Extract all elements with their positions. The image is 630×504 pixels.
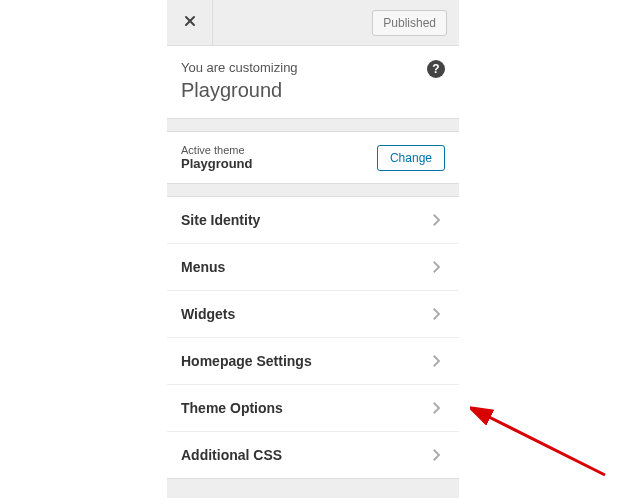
help-icon[interactable]: ? (427, 60, 445, 78)
active-theme-row: Active theme Playground Change (167, 132, 459, 183)
menu-item-theme-options[interactable]: Theme Options (167, 384, 459, 431)
menu-item-homepage-settings[interactable]: Homepage Settings (167, 337, 459, 384)
intro-section: You are customizing Playground ? (167, 46, 459, 118)
menu-label: Additional CSS (181, 447, 282, 463)
menu-label: Homepage Settings (181, 353, 312, 369)
menu-label: Theme Options (181, 400, 283, 416)
svg-line-2 (485, 415, 605, 475)
close-icon (182, 13, 198, 33)
chevron-right-icon (427, 258, 445, 276)
chevron-right-icon (427, 305, 445, 323)
menu-label: Site Identity (181, 212, 260, 228)
chevron-right-icon (427, 399, 445, 417)
divider (167, 478, 459, 498)
chevron-right-icon (427, 211, 445, 229)
menu-item-widgets[interactable]: Widgets (167, 290, 459, 337)
change-theme-button[interactable]: Change (377, 145, 445, 171)
menu-item-site-identity[interactable]: Site Identity (167, 197, 459, 243)
customizer-panel: Published You are customizing Playground… (167, 0, 459, 498)
top-bar: Published (167, 0, 459, 46)
close-button[interactable] (167, 0, 213, 46)
menu-label: Menus (181, 259, 225, 275)
divider (167, 183, 459, 197)
menu-label: Widgets (181, 306, 235, 322)
customizing-label: You are customizing (181, 60, 445, 75)
active-theme-label: Active theme (181, 144, 253, 156)
active-theme-name: Playground (181, 156, 253, 171)
annotation-arrow-icon (470, 400, 620, 490)
publish-status-button[interactable]: Published (372, 10, 447, 36)
chevron-right-icon (427, 352, 445, 370)
menu-item-menus[interactable]: Menus (167, 243, 459, 290)
chevron-right-icon (427, 446, 445, 464)
menu-list: Site Identity Menus Widgets Homepage Set… (167, 197, 459, 478)
divider (167, 118, 459, 132)
theme-meta: Active theme Playground (181, 144, 253, 171)
menu-item-additional-css[interactable]: Additional CSS (167, 431, 459, 478)
site-title: Playground (181, 79, 445, 102)
